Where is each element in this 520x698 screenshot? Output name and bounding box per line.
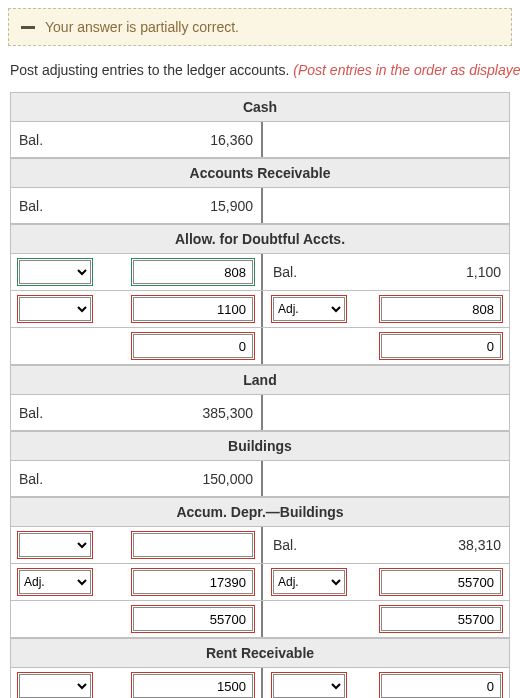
bal-label: Bal. xyxy=(273,264,297,280)
table-row xyxy=(11,328,509,365)
table-row: Bal. 385,300 xyxy=(11,395,509,431)
table-row xyxy=(11,601,509,638)
alert-text: Your answer is partially correct. xyxy=(45,19,239,35)
section-head-accum: Accum. Depr.—Buildings xyxy=(11,497,509,527)
allow-r2-right-input[interactable] xyxy=(381,297,501,321)
section-head-rent: Rent Receivable xyxy=(11,638,509,668)
section-head-land: Land xyxy=(11,365,509,395)
allow-r2-right-select[interactable]: Adj. xyxy=(273,297,345,321)
ledger-table: Cash Bal. 16,360 Accounts Receivable Bal… xyxy=(10,92,510,698)
ar-balance: 15,900 xyxy=(119,198,253,214)
instruction-text: Post adjusting entries to the ledger acc… xyxy=(0,54,520,92)
table-row: Bal. 150,000 xyxy=(11,461,509,497)
section-head-allow: Allow. for Doubtful Accts. xyxy=(11,224,509,254)
accum-r1-left-input[interactable] xyxy=(133,533,253,557)
bldg-balance: 150,000 xyxy=(119,471,253,487)
allow-r3-left-input[interactable] xyxy=(133,334,253,358)
table-row: Bal. 1,100 xyxy=(11,254,509,291)
accum-r3-right-input[interactable] xyxy=(381,607,501,631)
partial-correct-alert: Your answer is partially correct. xyxy=(8,8,512,46)
accum-r3-left-input[interactable] xyxy=(133,607,253,631)
bal-label: Bal. xyxy=(19,471,43,487)
table-row: Bal. 16,360 xyxy=(11,122,509,158)
accum-r1-right-val: 38,310 xyxy=(371,537,501,553)
table-row: Adj. xyxy=(11,291,509,328)
accum-r2-left-input[interactable] xyxy=(133,570,253,594)
section-head-cash: Cash xyxy=(11,93,509,122)
allow-r2-left-input[interactable] xyxy=(133,297,253,321)
table-row xyxy=(11,668,509,698)
allow-r1-right-val: 1,100 xyxy=(371,264,501,280)
rent-r1-right-select[interactable] xyxy=(273,674,345,698)
land-balance: 385,300 xyxy=(119,405,253,421)
section-head-ar: Accounts Receivable xyxy=(11,158,509,188)
allow-r3-right-input[interactable] xyxy=(381,334,501,358)
rent-r1-right-input[interactable] xyxy=(381,674,501,698)
allow-r1-left-select[interactable] xyxy=(19,260,91,284)
table-row: Bal. 15,900 xyxy=(11,188,509,224)
bal-label: Bal. xyxy=(19,198,43,214)
accum-r1-left-select[interactable] xyxy=(19,533,91,557)
cash-balance: 16,360 xyxy=(119,132,253,148)
minus-icon xyxy=(21,26,35,29)
rent-r1-left-select[interactable] xyxy=(19,674,91,698)
accum-r2-left-select[interactable]: Adj. xyxy=(19,570,91,594)
accum-r2-right-input[interactable] xyxy=(381,570,501,594)
section-head-bldg: Buildings xyxy=(11,431,509,461)
bal-label: Bal. xyxy=(19,132,43,148)
bal-label: Bal. xyxy=(19,405,43,421)
bal-label: Bal. xyxy=(273,537,297,553)
allow-r2-left-select[interactable] xyxy=(19,297,91,321)
allow-r1-left-input[interactable] xyxy=(133,260,253,284)
table-row: Adj. Adj. xyxy=(11,564,509,601)
table-row: Bal. 38,310 xyxy=(11,527,509,564)
accum-r2-right-select[interactable]: Adj. xyxy=(273,570,345,594)
rent-r1-left-input[interactable] xyxy=(133,674,253,698)
